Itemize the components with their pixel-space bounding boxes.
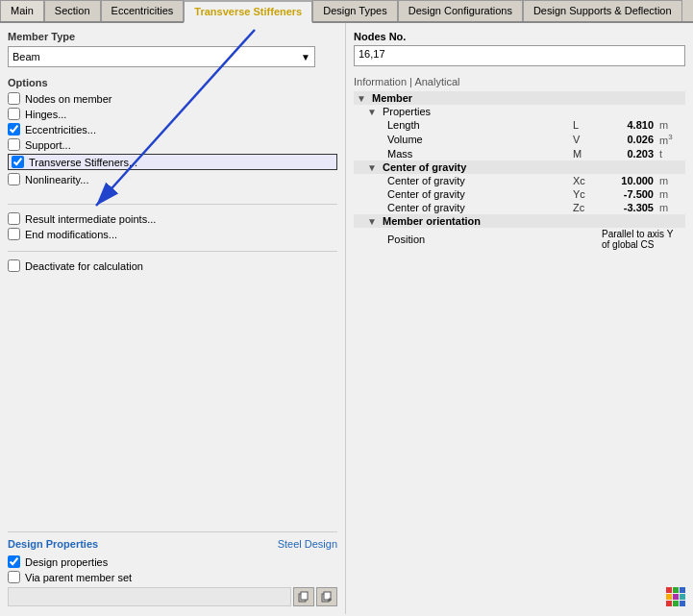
- info-table: ▼ Member ▼ Properties Length: [354, 91, 685, 251]
- collapse-properties-icon[interactable]: ▼: [367, 107, 377, 117]
- prop-symbol-position: [570, 228, 599, 251]
- option-transverse-stiffeners[interactable]: Transverse Stiffeners...: [8, 154, 337, 170]
- properties-sub-row: ▼ Properties: [354, 105, 685, 118]
- copy-icon: [298, 591, 309, 603]
- option-label: Support...: [25, 139, 71, 151]
- prop-label-zc: Center of gravity: [354, 201, 570, 214]
- nodes-input[interactable]: 16,17: [354, 45, 685, 66]
- checkbox-support[interactable]: [8, 138, 20, 151]
- table-row: Position Parallel to axis Y of global CS: [354, 228, 685, 251]
- dp-icon-2[interactable]: [316, 587, 337, 606]
- option-nodes-on-member[interactable]: Nodes on member: [8, 92, 337, 105]
- grid-cell-7: [666, 601, 672, 606]
- tab-bar: Main Section Eccentricities Transverse S…: [0, 0, 693, 23]
- checkbox-design-properties[interactable]: [8, 555, 20, 568]
- table-row: Center of gravity Yc -7.500 m: [354, 187, 685, 201]
- option-label: Result intermediate points...: [25, 213, 156, 225]
- options-label: Options: [8, 77, 337, 88]
- prop-unit-volume: m3: [656, 132, 685, 147]
- collapse-orientation-icon[interactable]: ▼: [367, 216, 377, 227]
- prop-symbol-volume: V: [570, 132, 599, 147]
- prop-value-yc: -7.500: [599, 187, 656, 201]
- collapse-member-icon[interactable]: ▼: [357, 93, 366, 104]
- dropdown-arrow-icon: ▼: [301, 52, 310, 62]
- dp-label: Design properties: [25, 556, 108, 568]
- prop-symbol-xc: Xc: [570, 174, 599, 187]
- grid-cell-4: [666, 594, 672, 600]
- member-type-select[interactable]: Beam ▼: [8, 46, 315, 67]
- checkbox-transverse-stiffeners[interactable]: [12, 156, 24, 168]
- grid-icon[interactable]: [666, 587, 685, 606]
- member-group-row: ▼ Member: [354, 91, 685, 105]
- orientation-group-label: Member orientation: [383, 215, 481, 227]
- option-support[interactable]: Support...: [8, 138, 337, 151]
- grid-cell-6: [680, 594, 685, 600]
- prop-value-xc: 10.000: [599, 174, 656, 187]
- member-group-label: Member: [372, 92, 412, 104]
- option-label: Nodes on member: [25, 93, 112, 105]
- checkbox-via-parent[interactable]: [8, 571, 20, 583]
- design-props-title: Design Properties: [8, 538, 98, 550]
- option-label: Deactivate for calculation: [25, 260, 143, 272]
- checkbox-end-modifications[interactable]: [8, 228, 20, 240]
- checkbox-hinges[interactable]: [8, 108, 20, 120]
- right-panel: Nodes No. 16,17 Information | Analytical…: [346, 23, 693, 614]
- checkbox-deactivate[interactable]: [8, 259, 20, 272]
- option-label: Nonlinearity...: [25, 174, 88, 185]
- prop-unit-mass: t: [656, 147, 685, 160]
- option-end-modifications[interactable]: End modifications...: [8, 228, 337, 240]
- prop-symbol-yc: Yc: [570, 187, 599, 201]
- tab-section[interactable]: Section: [44, 0, 101, 21]
- member-type-value: Beam: [12, 51, 40, 62]
- dp-option-via-parent[interactable]: Via parent member set: [8, 571, 337, 583]
- table-row: Volume V 0.026 m3: [354, 132, 685, 147]
- checkbox-nodes-on-member[interactable]: [8, 92, 20, 105]
- design-properties-section: Design Properties Steel Design Design pr…: [8, 531, 337, 606]
- prop-label-position: Position: [354, 228, 570, 251]
- options-section: Nodes on member Hinges... Eccentricities…: [8, 92, 337, 188]
- option-result-intermediate[interactable]: Result intermediate points...: [8, 212, 337, 225]
- option-label: End modifications...: [25, 229, 117, 240]
- option-eccentricities[interactable]: Eccentricities...: [8, 123, 337, 136]
- table-row: Length L 4.810 m: [354, 118, 685, 132]
- properties-group-label: Properties: [383, 106, 431, 117]
- dp-icon-1[interactable]: [293, 587, 314, 606]
- nodes-label: Nodes No.: [354, 31, 685, 42]
- tab-design-configurations[interactable]: Design Configurations: [398, 0, 523, 21]
- dp-option-design-properties[interactable]: Design properties: [8, 555, 337, 568]
- divider-1: [8, 204, 337, 205]
- prop-unit-zc: m: [656, 201, 685, 214]
- left-panel: Member Type Beam ▼ Options Nodes on memb…: [0, 23, 346, 614]
- grid-cell-1: [666, 587, 672, 593]
- tab-eccentricities[interactable]: Eccentricities: [101, 0, 185, 21]
- prop-symbol-zc: Zc: [570, 201, 599, 214]
- gravity-group-label: Center of gravity: [383, 161, 466, 173]
- option-nonlinearity[interactable]: Nonlinearity...: [8, 173, 337, 185]
- checkbox-nonlinearity[interactable]: [8, 173, 20, 185]
- prop-symbol-mass: M: [570, 147, 599, 160]
- prop-symbol-length: L: [570, 118, 599, 132]
- grid-cell-3: [680, 587, 685, 593]
- tab-design-types[interactable]: Design Types: [312, 0, 397, 21]
- table-row: Center of gravity Xc 10.000 m: [354, 174, 685, 187]
- prop-label-volume: Volume: [354, 132, 570, 147]
- tab-main[interactable]: Main: [0, 0, 44, 21]
- prop-value-length: 4.810: [599, 118, 656, 132]
- prop-label-length: Length: [354, 118, 570, 132]
- collapse-gravity-icon[interactable]: ▼: [367, 162, 377, 173]
- option-hinges[interactable]: Hinges...: [8, 108, 337, 120]
- prop-unit-yc: m: [656, 187, 685, 201]
- prop-label-xc: Center of gravity: [354, 174, 570, 187]
- dp-input-field[interactable]: [8, 587, 291, 606]
- option-deactivate[interactable]: Deactivate for calculation: [8, 259, 337, 272]
- table-row: Center of gravity Zc -3.305 m: [354, 201, 685, 214]
- dp-input-row: [8, 587, 337, 606]
- gravity-group-row: ▼ Center of gravity: [354, 160, 685, 174]
- tab-design-supports-deflection[interactable]: Design Supports & Deflection: [523, 0, 682, 21]
- option-label: Transverse Stiffeners...: [29, 157, 137, 168]
- add-icon: [321, 591, 333, 603]
- checkbox-eccentricities[interactable]: [8, 123, 20, 136]
- tab-transverse-stiffeners[interactable]: Transverse Stiffeners: [184, 0, 312, 23]
- checkbox-result-intermediate[interactable]: [8, 212, 20, 225]
- steel-design-link[interactable]: Steel Design: [278, 538, 337, 550]
